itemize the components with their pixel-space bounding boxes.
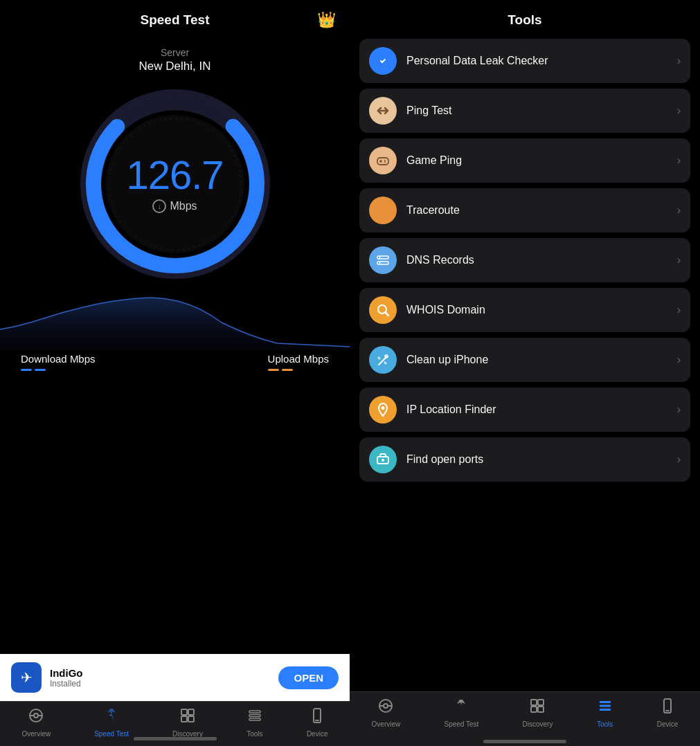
- dash-2: [35, 369, 46, 371]
- tool-name-ping-test: Ping Test: [406, 104, 667, 117]
- tool-item-ip-location[interactable]: IP Location Finder›: [359, 388, 690, 432]
- left-header: Speed Test 👑: [0, 0, 350, 35]
- ad-banner: ✈ IndiGo Installed OPEN: [0, 654, 350, 701]
- svg-rect-45: [600, 705, 611, 707]
- svg-rect-14: [188, 716, 194, 722]
- right-nav-overview-label: Overview: [372, 720, 401, 728]
- right-tools-icon: [597, 698, 613, 718]
- tool-name-whois: WHOIS Domain: [406, 304, 667, 316]
- dash-3: [268, 369, 279, 371]
- ad-open-button[interactable]: OPEN: [278, 666, 339, 689]
- left-title: Speed Test: [141, 12, 210, 28]
- tool-item-open-ports[interactable]: Find open ports›: [359, 437, 690, 482]
- nav-speedtest[interactable]: Speed Test: [94, 707, 129, 738]
- svg-rect-11: [181, 709, 187, 715]
- right-nav-discovery-label: Discovery: [523, 720, 553, 728]
- right-nav-tools[interactable]: Tools: [597, 698, 613, 728]
- right-nav-tools-label: Tools: [597, 720, 613, 728]
- svg-rect-43: [538, 707, 544, 712]
- speed-number: 126.7: [126, 155, 223, 195]
- ad-app-icon: ✈: [11, 662, 42, 693]
- svg-point-8: [34, 713, 38, 718]
- crown-icon: 👑: [317, 11, 336, 29]
- dl-ul-row: Download Mbps Upload Mbps: [0, 353, 350, 371]
- svg-point-24: [384, 161, 386, 163]
- nav-device[interactable]: Device: [307, 707, 328, 738]
- right-nav-overview[interactable]: Overview: [372, 698, 401, 728]
- svg-rect-40: [531, 700, 537, 705]
- tool-name-ip-location: IP Location Finder: [406, 403, 667, 416]
- svg-point-23: [384, 160, 386, 161]
- tool-name-traceroute: Traceroute: [406, 204, 667, 217]
- svg-rect-16: [249, 715, 260, 717]
- right-nav-speedtest-label: Speed Test: [444, 720, 478, 728]
- discovery-icon: [179, 707, 196, 728]
- right-home-indicator: [350, 736, 700, 746]
- tool-chevron-ip-location: ›: [677, 403, 681, 416]
- tool-chevron-ping-test: ›: [677, 104, 681, 117]
- download-dashes: [21, 369, 46, 371]
- speedtest-icon: [103, 707, 120, 728]
- right-speedtest-icon: [453, 698, 469, 718]
- tool-item-whois[interactable]: WHOIS Domain›: [359, 288, 690, 332]
- right-title: Tools: [508, 12, 541, 27]
- download-indicator: ↓: [152, 199, 166, 213]
- svg-rect-46: [600, 709, 611, 711]
- tool-item-traceroute[interactable]: Traceroute›: [359, 188, 690, 233]
- svg-rect-12: [188, 709, 194, 715]
- tool-icon-whois: [369, 296, 397, 324]
- left-panel: Speed Test 👑 Server New Delhi, IN 126.7: [0, 0, 350, 746]
- device-icon: [309, 707, 325, 728]
- tool-chevron-cleanup: ›: [677, 354, 681, 366]
- svg-point-35: [382, 459, 384, 462]
- right-header: Tools: [350, 0, 700, 35]
- right-nav-device[interactable]: Device: [657, 698, 679, 728]
- tool-icon-data-leak: [369, 47, 397, 75]
- server-value: New Delhi, IN: [139, 60, 211, 73]
- tool-item-data-leak[interactable]: Personal Data Leak Checker›: [359, 39, 690, 83]
- tool-name-dns-records: DNS Records: [406, 254, 667, 266]
- tool-name-data-leak: Personal Data Leak Checker: [406, 55, 667, 67]
- left-home-indicator: [134, 737, 217, 740]
- svg-point-28: [379, 257, 381, 258]
- tool-chevron-dns-records: ›: [677, 254, 681, 266]
- speed-value-container: 126.7 ↓ Mbps: [126, 155, 223, 213]
- graph-area: [0, 288, 350, 350]
- upload-label: Upload Mbps: [268, 353, 329, 365]
- tool-name-game-ping: Game Ping: [406, 154, 667, 167]
- tool-chevron-open-ports: ›: [677, 453, 681, 466]
- server-section: Server New Delhi, IN: [139, 47, 211, 73]
- tool-icon-game-ping: [369, 147, 397, 174]
- tool-item-game-ping[interactable]: Game Ping›: [359, 138, 690, 183]
- svg-rect-42: [531, 707, 537, 712]
- download-item: Download Mbps: [21, 353, 96, 371]
- svg-point-25: [382, 208, 385, 212]
- tool-item-cleanup[interactable]: Clean up iPhone›: [359, 338, 690, 382]
- speed-unit: Mbps: [170, 200, 197, 212]
- right-bottom-nav: Overview Speed Test Discovery: [350, 691, 700, 736]
- right-discovery-icon: [529, 698, 546, 718]
- svg-rect-15: [249, 711, 260, 713]
- tool-item-ping-test[interactable]: Ping Test›: [359, 89, 690, 133]
- download-label: Download Mbps: [21, 353, 96, 365]
- speedometer: 126.7 ↓ Mbps: [78, 87, 272, 281]
- tool-name-cleanup: Clean up iPhone: [406, 354, 667, 366]
- server-label: Server: [139, 47, 211, 58]
- speed-unit-row: ↓ Mbps: [152, 199, 197, 213]
- svg-rect-17: [249, 718, 260, 720]
- tool-item-dns-records[interactable]: DNS Records›: [359, 238, 690, 282]
- right-home-bar: [483, 740, 566, 743]
- nav-tools-label: Tools: [246, 730, 262, 738]
- tool-chevron-game-ping: ›: [677, 154, 681, 167]
- nav-discovery[interactable]: Discovery: [172, 707, 203, 738]
- tool-icon-open-ports: [369, 446, 397, 473]
- right-nav-discovery[interactable]: Discovery: [523, 698, 553, 728]
- right-nav-speedtest[interactable]: Speed Test: [444, 698, 478, 728]
- right-nav-device-label: Device: [657, 720, 679, 728]
- right-overview-icon: [377, 698, 394, 718]
- nav-tools[interactable]: Tools: [246, 707, 263, 738]
- ad-app-status: Installed: [50, 679, 270, 689]
- tool-icon-traceroute: [369, 197, 397, 224]
- svg-rect-20: [377, 158, 388, 165]
- nav-overview[interactable]: Overview: [21, 707, 51, 738]
